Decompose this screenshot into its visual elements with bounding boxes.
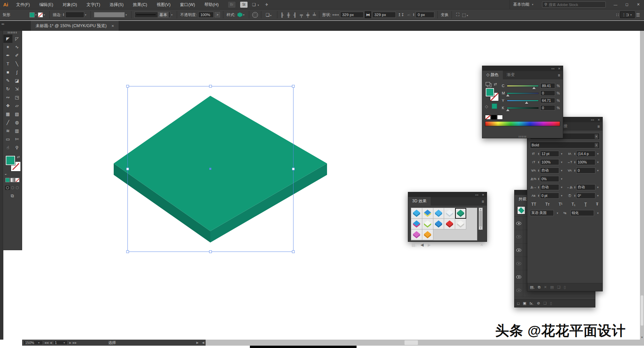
field-horizontal-scale[interactable]: ↔T ▲▼ 100% ▼	[566, 159, 600, 165]
select-similar-icon[interactable]: ⬚▾	[462, 12, 469, 17]
field-stepper[interactable]: ▲▼	[538, 194, 539, 197]
vertical-scrollbar[interactable]: ▼	[640, 31, 644, 340]
tool-width[interactable]: ∾	[3, 93, 12, 101]
prev-artboard-icon[interactable]: ◀	[50, 341, 52, 344]
workspace-grid-icon[interactable]: ∷	[616, 12, 619, 17]
status-fwd-icon[interactable]: ▶	[196, 341, 199, 344]
stroke-style-dropdown[interactable]: 基本	[135, 12, 170, 18]
font-style-dropdown[interactable]: Bold▾	[530, 142, 600, 148]
menu-effect[interactable]: 效果(C)	[128, 0, 152, 9]
scroll-down-icon[interactable]: ▼	[480, 227, 482, 229]
panel-menu-icon[interactable]: ≡	[597, 124, 600, 129]
draw-normal-button[interactable]	[5, 186, 10, 190]
align-center-icon[interactable]: ╫	[287, 12, 290, 17]
tool-lasso[interactable]: ∿	[12, 43, 21, 51]
slider-thumb[interactable]	[532, 87, 536, 89]
field-value[interactable]: 0	[576, 167, 595, 173]
styles-scrollbar[interactable]: ▲ ▼	[479, 208, 483, 230]
black-swatch[interactable]	[491, 115, 497, 120]
add-stroke-icon[interactable]: □	[517, 301, 520, 305]
tool-curvature-pen[interactable]: ✐	[12, 51, 21, 60]
add-effect-icon[interactable]: fx.	[530, 301, 534, 305]
field-char-rotation[interactable]: Ⓣ ▲▼ 0° ▼	[566, 192, 600, 199]
field-stepper[interactable]: ▲▼	[574, 186, 576, 189]
tool-pen[interactable]: ✒	[3, 51, 12, 60]
stroke-weight-field[interactable]	[65, 12, 84, 18]
field-stepper[interactable]: ▲▼	[538, 186, 539, 189]
unlink-icon[interactable]: ✕	[544, 285, 547, 289]
field-value[interactable]: 12 pt	[540, 151, 559, 157]
tab-color[interactable]: ◇ 颜色	[482, 71, 503, 79]
field-stepper[interactable]: ▲▼	[538, 178, 539, 181]
add-fill-icon[interactable]: ▣	[523, 301, 526, 305]
field-stepper[interactable]: ▲▼	[538, 169, 539, 172]
tool-hand[interactable]: ☝	[3, 143, 12, 152]
collapse-panel-icon[interactable]: ««	[591, 118, 594, 122]
field-value[interactable]: 100%	[576, 159, 595, 165]
chevron-down-icon[interactable]: ▼	[560, 152, 564, 155]
align-bottom-icon[interactable]: ╧	[313, 12, 316, 17]
graphic-style-11[interactable]	[411, 229, 422, 240]
panel-options-icon[interactable]: ⧉	[538, 285, 540, 289]
strikethrough-button[interactable]: Ŧ	[596, 202, 598, 207]
gpu-performance-icon[interactable]: ✈	[265, 2, 268, 7]
list-options-icon[interactable]: ☰	[636, 12, 640, 17]
slider-thumb[interactable]	[506, 94, 509, 96]
graphic-style-3[interactable]	[433, 208, 444, 219]
fill-proxy-swatch[interactable]	[6, 156, 15, 165]
field-value[interactable]: (14.4 p	[576, 151, 595, 157]
link-dimensions-icon[interactable]: ⧓	[365, 11, 371, 18]
tools-grip[interactable]: ▮▮▮▮▮▮	[3, 31, 22, 34]
tool-type[interactable]: T	[3, 60, 12, 68]
menu-type[interactable]: 文字(T)	[82, 0, 105, 9]
vscroll-thumb[interactable]	[641, 295, 643, 326]
subscript-button[interactable]: T₁	[572, 202, 575, 207]
default-fill-stroke-icon[interactable]: ▪▫	[5, 173, 7, 176]
minimize-button[interactable]: —	[610, 0, 621, 9]
field-leading[interactable]: tA ▲▼ (14.4 p ▼	[566, 150, 600, 157]
menu-file[interactable]: 文件(F)	[11, 0, 35, 9]
chevron-down-icon[interactable]: ▼	[560, 161, 564, 164]
transform-link[interactable]: 变换	[441, 12, 448, 17]
slider-track[interactable]	[507, 107, 539, 109]
shape-width-field[interactable]: 329 px	[340, 12, 364, 18]
prev-style-icon[interactable]: ◀	[421, 242, 424, 247]
app-logo[interactable]: Ai	[0, 0, 11, 9]
last-artboard-icon[interactable]: ▶▶	[73, 341, 77, 344]
field-vertical-scale[interactable]: ↕T ▲▼ 100% ▼	[530, 159, 564, 165]
corner-stepper[interactable]: ▲▼	[413, 13, 415, 16]
fill-stroke-toggle-icon[interactable]	[486, 82, 490, 86]
duplicate-item-icon[interactable]: ❏	[543, 301, 547, 305]
scroll-up-icon[interactable]: ▲	[480, 208, 482, 210]
panel-menu-icon[interactable]: ≡	[482, 199, 484, 204]
field-value[interactable]: 0%	[540, 176, 559, 182]
close-panel-icon[interactable]: ✕	[597, 118, 600, 122]
brush-definition-field[interactable]	[94, 12, 125, 17]
tool-rectangle[interactable]: ■	[3, 68, 12, 76]
tool-zoom[interactable]: ⚲	[12, 143, 21, 152]
menu-view[interactable]: 视图(V)	[152, 0, 175, 9]
field-stepper[interactable]: ▲▼	[538, 152, 539, 155]
close-tab-icon[interactable]: ✕	[111, 24, 114, 28]
visibility-eye-icon[interactable]	[516, 249, 521, 252]
field-proportional-spacing[interactable]: あ% ▲▼ 0% ▼	[530, 176, 564, 182]
collapse-panel-icon[interactable]: ««	[475, 193, 478, 197]
panel-dock-icon[interactable]: ⋮⊐▾	[620, 11, 635, 18]
scroll-down-icon[interactable]: ▼	[641, 336, 643, 339]
tool-line-segment[interactable]: ╲	[12, 60, 21, 68]
menu-edit[interactable]: 编辑(E)	[35, 0, 58, 9]
field-value[interactable]: 100%	[540, 159, 559, 165]
draw-behind-button[interactable]	[10, 186, 15, 190]
stroke-color-swatch[interactable]	[38, 12, 43, 17]
tool-selection[interactable]: ◤	[3, 34, 12, 43]
field-kerning[interactable]: V∕A ▲▼ 自动 ▼	[530, 167, 564, 174]
graphic-style-2[interactable]	[422, 208, 433, 219]
gradient-button[interactable]	[10, 178, 15, 182]
field-tracking[interactable]: VA ▲▼ 0 ▼	[566, 167, 600, 174]
tool-eraser[interactable]: ◪	[12, 76, 21, 85]
white-swatch[interactable]	[497, 115, 503, 120]
color-fill-swatch[interactable]	[486, 88, 494, 96]
field-stepper[interactable]: ▲▼	[574, 194, 576, 197]
horizontal-scrollbar[interactable]	[206, 340, 644, 346]
none-button[interactable]	[15, 178, 19, 182]
